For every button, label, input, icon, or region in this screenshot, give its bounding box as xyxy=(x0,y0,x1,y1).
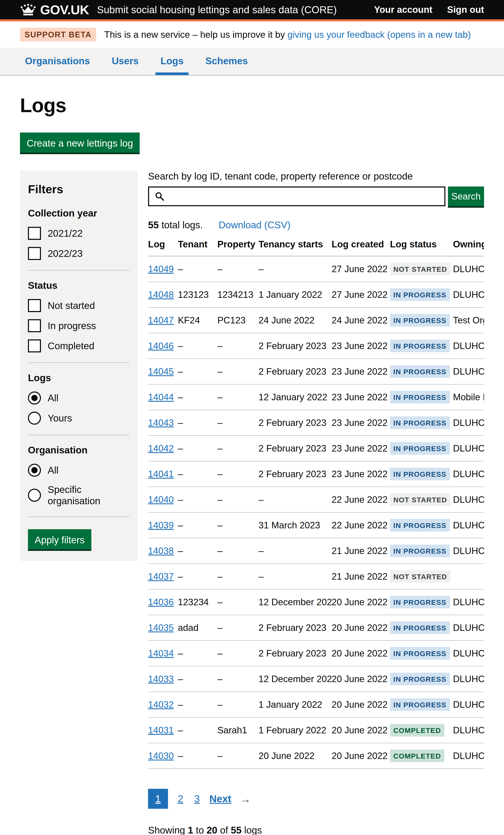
cell-tenancy-starts: – xyxy=(259,538,331,564)
filter-option-specific-organisation[interactable]: Specific organisation xyxy=(28,484,129,507)
cell-log-status: IN PROGRESS xyxy=(390,512,453,538)
2022-23-checkbox[interactable] xyxy=(28,247,41,260)
cell-tenant: – xyxy=(178,564,217,589)
cell-log-id: 14031 xyxy=(148,717,178,743)
phase-banner-text-before: This is a new service – help us improve … xyxy=(104,29,287,40)
log-link-14031[interactable]: 14031 xyxy=(148,725,174,735)
nav-tab-schemes[interactable]: Schemes xyxy=(200,48,253,75)
nav-tab-logs[interactable]: Logs xyxy=(155,48,188,75)
your-account-link[interactable]: Your account xyxy=(374,4,432,15)
pagination-current-page[interactable]: 1 xyxy=(148,789,168,809)
log-link-14037[interactable]: 14037 xyxy=(148,571,174,582)
log-link-14041[interactable]: 14041 xyxy=(148,469,174,479)
cell-property: – xyxy=(217,538,259,564)
cell-log-id: 14049 xyxy=(148,256,178,282)
filter-option-2022-23[interactable]: 2022/23 xyxy=(28,247,129,260)
cell-tenancy-starts: 31 March 2023 xyxy=(259,512,331,538)
filter-option-all[interactable]: All xyxy=(28,464,129,477)
not-started-checkbox[interactable] xyxy=(28,299,41,312)
status-badge-in-progress: IN PROGRESS xyxy=(390,340,450,352)
filter-option-all[interactable]: All xyxy=(28,391,129,405)
cell-property: – xyxy=(217,743,259,769)
cell-tenancy-starts: 12 December 2021 xyxy=(259,666,331,692)
cell-property: – xyxy=(217,512,259,538)
status-badge-completed: COMPLETED xyxy=(390,724,444,736)
apply-filters-button[interactable]: Apply filters xyxy=(28,529,92,549)
total-logs-text: 55 total logs. xyxy=(148,219,203,230)
crown-icon xyxy=(20,3,36,16)
filter-option-label: Not started xyxy=(48,300,95,311)
table-row-log-14049: 14049–––27 June 2022NOT STARTEDDLUHC xyxy=(148,256,484,282)
filter-option-yours[interactable]: Yours xyxy=(28,412,129,425)
filter-option-completed[interactable]: Completed xyxy=(28,339,129,352)
cell-tenant: – xyxy=(178,487,217,512)
table-row-log-14033: 14033––12 December 202120 June 2022IN PR… xyxy=(148,666,484,692)
yours-radio[interactable] xyxy=(28,412,41,425)
status-badge-in-progress: IN PROGRESS xyxy=(390,647,450,660)
log-link-14039[interactable]: 14039 xyxy=(148,520,174,530)
log-link-14040[interactable]: 14040 xyxy=(148,494,174,505)
showing-suffix: logs xyxy=(244,825,262,835)
filter-option-2021-22[interactable]: 2021/22 xyxy=(28,227,129,240)
showing-from: 1 xyxy=(188,825,193,835)
log-link-14045[interactable]: 14045 xyxy=(148,366,174,376)
log-link-14047[interactable]: 14047 xyxy=(148,315,174,325)
cell-property: 1234213 xyxy=(217,282,259,307)
nav-tab-users[interactable]: Users xyxy=(107,48,144,75)
cell-log-status: NOT STARTED xyxy=(390,256,453,282)
filter-option-not-started[interactable]: Not started xyxy=(28,299,129,312)
service-name-link[interactable]: Submit social housing lettings and sales… xyxy=(97,4,337,16)
log-link-14030[interactable]: 14030 xyxy=(148,751,174,761)
govuk-logo[interactable]: GOV.UK xyxy=(40,2,89,17)
create-lettings-log-button[interactable]: Create a new lettings log xyxy=(20,133,140,153)
pagination-page-3[interactable]: 3 xyxy=(193,789,201,809)
log-link-14046[interactable]: 14046 xyxy=(148,341,174,351)
search-icon xyxy=(155,191,165,201)
log-link-14049[interactable]: 14049 xyxy=(148,264,174,274)
filter-option-in-progress[interactable]: In progress xyxy=(28,319,129,332)
search-input[interactable] xyxy=(165,187,444,205)
in-progress-checkbox[interactable] xyxy=(28,319,41,332)
nav-tab-organisations[interactable]: Organisations xyxy=(20,48,95,75)
cell-log-created: 21 June 2022 xyxy=(331,564,390,589)
cell-tenant: KF24 xyxy=(178,307,217,333)
log-link-14034[interactable]: 14034 xyxy=(148,648,174,658)
pagination-next-link[interactable]: Next xyxy=(209,793,231,805)
log-link-14043[interactable]: 14043 xyxy=(148,418,174,428)
all-radio[interactable] xyxy=(28,391,41,405)
all-radio[interactable] xyxy=(28,464,41,477)
cell-owning-organisation: DLUHC xyxy=(453,538,484,564)
log-link-14048[interactable]: 14048 xyxy=(148,289,174,300)
log-link-14044[interactable]: 14044 xyxy=(148,392,174,402)
log-link-14035[interactable]: 14035 xyxy=(148,623,174,633)
cell-log-id: 14032 xyxy=(148,692,178,717)
download-csv-link[interactable]: Download (CSV) xyxy=(219,219,291,230)
feedback-link[interactable]: giving us your feedback (opens in a new … xyxy=(287,29,471,40)
cell-tenant: – xyxy=(178,384,217,410)
log-link-14038[interactable]: 14038 xyxy=(148,546,174,556)
status-badge-in-progress: IN PROGRESS xyxy=(390,416,450,429)
pagination-page-2[interactable]: 2 xyxy=(176,789,185,809)
cell-log-status: COMPLETED xyxy=(390,743,453,769)
log-link-14042[interactable]: 14042 xyxy=(148,443,174,453)
log-link-14032[interactable]: 14032 xyxy=(148,699,174,710)
cell-property: PC123 xyxy=(217,307,259,333)
completed-checkbox[interactable] xyxy=(28,339,41,352)
cell-tenant: adad xyxy=(178,615,217,640)
filters-panel: Filters Collection year2021/222022/23Sta… xyxy=(20,170,138,561)
cell-log-status: IN PROGRESS xyxy=(390,615,453,640)
cell-owning-organisation: DLUHC xyxy=(453,487,484,512)
cell-log-created: 22 June 2022 xyxy=(331,512,390,538)
search-button[interactable]: Search xyxy=(448,186,484,206)
2021-22-checkbox[interactable] xyxy=(28,227,41,240)
sign-out-link[interactable]: Sign out xyxy=(447,4,484,15)
status-badge-in-progress: IN PROGRESS xyxy=(390,673,450,685)
filters-divider xyxy=(28,363,129,363)
cell-log-status: IN PROGRESS xyxy=(390,461,453,487)
log-link-14033[interactable]: 14033 xyxy=(148,674,174,684)
cell-log-created: 23 June 2022 xyxy=(331,435,390,461)
log-link-14036[interactable]: 14036 xyxy=(148,597,174,607)
cell-property: – xyxy=(217,333,259,359)
specific-organisation-radio[interactable] xyxy=(28,489,41,502)
cell-tenancy-starts: 2 February 2023 xyxy=(259,359,331,384)
